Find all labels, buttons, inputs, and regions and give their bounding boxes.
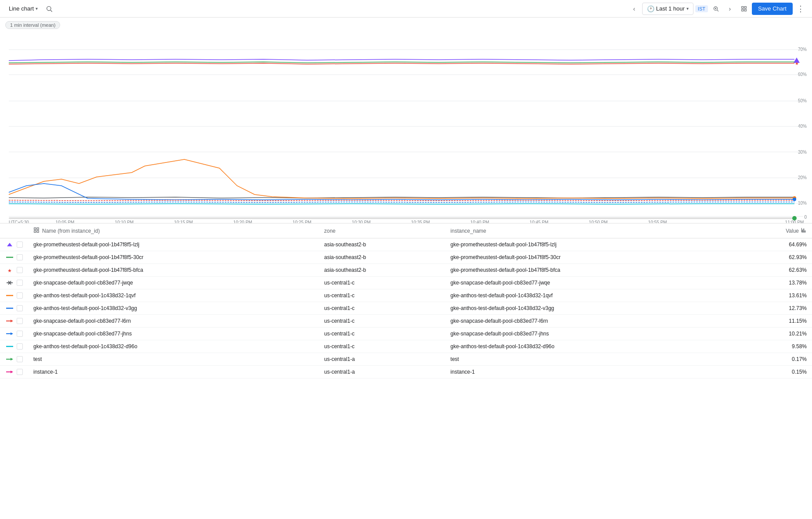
more-options-button[interactable]: ⋮ — [794, 3, 807, 15]
name-col-label: Name (from instance_id) — [42, 228, 100, 234]
table-row: instance-1 us-central1-a instance-1 0.15… — [0, 366, 812, 378]
row-icon-cell-2: ★ — [0, 264, 28, 277]
row-color-icon-4 — [5, 293, 14, 298]
line-purple — [9, 59, 794, 61]
row-checkbox-3[interactable] — [17, 280, 23, 286]
row-instance-4: gke-anthos-test-default-pool-1c438d32-1q… — [445, 289, 736, 302]
row-value-2: 62.63% — [736, 264, 812, 277]
x-label-1050: 10:50 PM — [589, 220, 608, 223]
row-name-0: gke-prometheustest-default-pool-1b47f8f5… — [28, 238, 319, 251]
interval-badge: 1 min interval (mean) — [5, 21, 60, 29]
timeline-bar — [9, 217, 794, 219]
line-red-top — [9, 63, 794, 64]
x-label-1055: 10:55 PM — [648, 220, 667, 223]
line-blue-arrow — [9, 202, 794, 202]
row-zone-3: us-central1-c — [319, 277, 446, 289]
row-name-8: gke-anthos-test-default-pool-1c438d32-d9… — [28, 340, 319, 353]
row-name-4: gke-anthos-test-default-pool-1c438d32-1q… — [28, 289, 319, 302]
reset-zoom-button[interactable] — [738, 3, 750, 15]
time-range-chevron: ▾ — [686, 6, 689, 11]
row-instance-5: gke-anthos-test-default-pool-1c438d32-v3… — [445, 302, 736, 315]
row-checkbox-8[interactable] — [17, 343, 23, 350]
legend-table: Name (from instance_id) zone instance_na… — [0, 223, 812, 378]
column-settings-icon[interactable] — [33, 227, 40, 234]
row-color-icon-6 — [5, 318, 14, 324]
row-zone-5: us-central1-c — [319, 302, 446, 315]
row-checkbox-5[interactable] — [17, 305, 23, 311]
row-checkbox-1[interactable] — [17, 254, 23, 260]
svg-rect-11 — [37, 228, 39, 230]
row-color-icon-1 — [5, 255, 14, 260]
row-icon-cell-9 — [0, 353, 28, 366]
svg-marker-19 — [7, 243, 12, 246]
row-checkbox-0[interactable] — [17, 241, 23, 248]
row-checkbox-4[interactable] — [17, 292, 23, 299]
toolbar: Line chart ▾ ‹ 🕐 Last 1 hour ▾ IST › — [0, 0, 812, 18]
row-icon-cell-4 — [0, 289, 28, 302]
row-value-5: 12.73% — [736, 302, 812, 315]
row-color-icon-2: ★ — [5, 267, 14, 273]
row-checkbox-6[interactable] — [17, 318, 23, 324]
th-icon — [0, 223, 28, 238]
svg-rect-10 — [34, 228, 36, 230]
row-zone-10: us-central1-a — [319, 366, 446, 378]
end-dot-blue — [793, 198, 796, 201]
row-name-6: gke-snapcase-default-pool-cb83ed77-l6rn — [28, 315, 319, 328]
row-instance-9: test — [445, 353, 736, 366]
row-checkbox-2[interactable] — [17, 267, 23, 273]
line-chart-svg: 70% 60% 50% 40% 30% 20% 10% 0 — [0, 21, 812, 223]
table-row: gke-snapcase-default-pool-cb83ed77-l6rn … — [0, 315, 812, 328]
next-button[interactable]: › — [724, 3, 736, 15]
row-icon-cell-5 — [0, 302, 28, 315]
row-color-icon-7 — [5, 331, 14, 336]
time-range-selector[interactable]: 🕐 Last 1 hour ▾ — [642, 3, 693, 15]
x-label-1005: 10:05 PM — [56, 220, 75, 223]
row-name-2: gke-prometheustest-default-pool-1b47f8f5… — [28, 264, 319, 277]
row-instance-2: gke-prometheustest-default-pool-1b47f8f5… — [445, 264, 736, 277]
row-name-3: gke-snapcase-default-pool-cb83ed77-jwqe — [28, 277, 319, 289]
x-label-1035: 10:35 PM — [411, 220, 430, 223]
row-checkbox-7[interactable] — [17, 331, 23, 337]
zoom-button[interactable] — [710, 3, 722, 15]
prev-button[interactable]: ‹ — [628, 3, 640, 15]
row-icon-cell-6 — [0, 315, 28, 328]
table-row: ★ gke-prometheustest-default-pool-1b47f8… — [0, 264, 812, 277]
x-label-1040: 10:40 PM — [471, 220, 489, 223]
svg-rect-9 — [742, 9, 744, 11]
line-red-arrow — [9, 200, 794, 201]
row-value-6: 11.15% — [736, 315, 812, 328]
svg-rect-13 — [37, 231, 39, 232]
th-name: Name (from instance_id) — [28, 223, 319, 238]
timezone-badge[interactable]: IST — [695, 5, 708, 12]
svg-rect-12 — [34, 231, 36, 232]
row-color-icon-5 — [5, 306, 14, 311]
table-row: gke-snapcase-default-pool-cb83ed77-jwqe … — [0, 277, 812, 289]
chart-type-selector[interactable]: Line chart ▾ — [5, 4, 41, 14]
save-chart-button[interactable]: Save Chart — [752, 3, 793, 15]
svg-marker-33 — [11, 358, 13, 360]
chart-container: 1 min interval (mean) 70% 60% 50% 40% 30… — [0, 18, 812, 223]
row-color-icon-8 — [5, 344, 14, 349]
bars-icon[interactable] — [801, 227, 807, 234]
row-instance-7: gke-snapcase-default-pool-cb83ed77-jhns — [445, 328, 736, 340]
table-row: gke-anthos-test-default-pool-1c438d32-d9… — [0, 340, 812, 353]
row-value-4: 13.61% — [736, 289, 812, 302]
row-color-icon-0 — [5, 242, 14, 247]
x-label-1025: 10:25 PM — [293, 220, 312, 223]
svg-line-3 — [717, 10, 719, 11]
row-value-8: 9.58% — [736, 340, 812, 353]
svg-line-1 — [50, 10, 52, 12]
row-instance-6: gke-snapcase-default-pool-cb83ed77-l6rn — [445, 315, 736, 328]
svg-marker-35 — [11, 371, 13, 373]
table-row: test us-central1-a test 0.17% — [0, 353, 812, 366]
svg-rect-18 — [805, 231, 805, 232]
search-button[interactable] — [43, 3, 55, 15]
line-orange — [9, 159, 794, 198]
svg-text:★: ★ — [7, 268, 12, 273]
row-zone-2: asia-southeast2-b — [319, 264, 446, 277]
row-checkbox-10[interactable] — [17, 369, 23, 375]
row-icon-cell-10 — [0, 366, 28, 378]
row-icon-cell-8 — [0, 340, 28, 353]
row-checkbox-9[interactable] — [17, 356, 23, 362]
row-instance-3: gke-snapcase-default-pool-cb83ed77-jwqe — [445, 277, 736, 289]
